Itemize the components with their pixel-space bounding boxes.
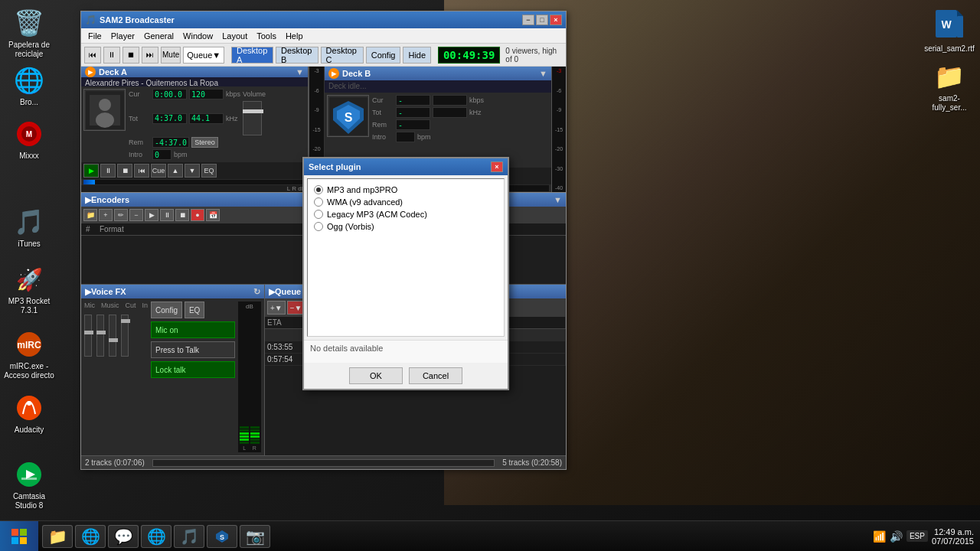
deck-a-play[interactable]: ▶ <box>83 164 99 178</box>
vfx-in-slider[interactable] <box>121 315 129 357</box>
tray-language[interactable]: ESP <box>906 530 928 542</box>
dialog-cancel-btn[interactable]: Cancel <box>409 367 462 384</box>
taskbar-music[interactable]: 🎵 <box>174 525 204 548</box>
dialog-close-btn[interactable]: × <box>491 161 503 172</box>
desktop-icon-audacity[interactable]: Audacity <box>2 393 56 435</box>
enc-sched-btn[interactable]: 📅 <box>206 209 220 221</box>
tab-desktop-b[interactable]: Desktop B <box>276 47 318 64</box>
taskbar-explorer[interactable]: 📁 <box>42 525 73 548</box>
tab-config[interactable]: Config <box>366 47 401 64</box>
deck-a-cue[interactable]: Cue <box>151 164 166 178</box>
vfx-eq-btn[interactable]: EQ <box>185 302 204 318</box>
svg-point-17 <box>99 99 111 111</box>
menu-help[interactable]: Help <box>281 31 308 41</box>
menu-player[interactable]: Player <box>106 31 139 41</box>
vfx-vu-meters: dB <box>238 302 261 452</box>
menu-window[interactable]: Window <box>178 31 217 41</box>
desktop-icon-audacity-label: Audacity <box>2 425 56 435</box>
start-button[interactable] <box>0 521 38 551</box>
enc-pause-btn[interactable]: ⏸ <box>160 209 174 221</box>
tab-hide[interactable]: Hide <box>403 47 431 64</box>
desktop-icon-mirc-label: mIRC.exe - Acceso directo <box>2 362 56 380</box>
viewer-info: 0 viewers, high of 0 <box>502 47 563 64</box>
stop-button[interactable]: ⏹ <box>122 47 139 64</box>
prev-button[interactable]: ⏮ <box>84 47 101 64</box>
vfx-mic-slider[interactable] <box>84 315 92 357</box>
vfx-config-btn[interactable]: Config <box>151 302 182 318</box>
enc-rec-btn[interactable]: ● <box>191 209 204 221</box>
deck-a-up[interactable]: ▲ <box>168 164 183 178</box>
minimize-button[interactable]: − <box>522 15 534 25</box>
deck-a-stop[interactable]: ⏹ <box>117 164 132 178</box>
enc-stop-btn[interactable]: ⏹ <box>175 209 189 221</box>
queue-dropdown[interactable]: Queue▼ <box>183 47 224 64</box>
tray-network-icon[interactable]: 📶 <box>873 530 886 543</box>
enc-edit-btn[interactable]: ✏ <box>114 209 128 221</box>
desktop-icon-itunes[interactable]: 🎵 iTunes <box>2 207 56 249</box>
svg-text:S: S <box>220 533 224 541</box>
tray-clock[interactable]: 12:49 a.m. 07/07/2015 <box>932 527 974 546</box>
radio-mp3pro-btn[interactable] <box>314 185 323 194</box>
desktop-icon-trash[interactable]: 🗑️ Papelera de reciclaje <box>2 8 56 59</box>
radio-ogg[interactable]: Ogg (Vorbis) <box>314 222 498 231</box>
enc-del-btn[interactable]: − <box>129 209 143 221</box>
deck-a-prev[interactable]: ⏮ <box>134 164 149 178</box>
toolbar: ⏮ ⏸ ⏹ ⏭ Mute Queue▼ Desktop A Desktop B … <box>81 44 566 67</box>
vfx-ptt-btn[interactable]: Press to Talk <box>151 341 235 358</box>
enc-play-btn[interactable]: ▶ <box>145 209 158 221</box>
desktop-icon-browser[interactable]: 🌐 Bro... <box>2 65 56 107</box>
svg-marker-12 <box>957 10 963 16</box>
radio-legacy-mp3-btn[interactable] <box>314 210 323 219</box>
radio-wma-btn[interactable] <box>314 197 323 207</box>
enc-folder-btn[interactable]: 📁 <box>83 209 97 221</box>
desktop-icon-word-doc[interactable]: W serial_sam2.rtf <box>923 11 976 54</box>
radio-legacy-mp3[interactable]: Legacy MP3 (ACM Codec) <box>314 210 498 219</box>
desktop-icon-folder[interactable]: 📁 sam2-fully_ser... <box>923 61 976 112</box>
deck-a-eq[interactable]: EQ <box>201 164 217 178</box>
menu-general[interactable]: General <box>139 31 178 41</box>
vfx-mic-on-btn[interactable]: Mic on <box>151 321 235 338</box>
desktop-icon-mirc[interactable]: mIRC mIRC.exe - Acceso directo <box>2 329 56 380</box>
radio-mp3pro[interactable]: MP3 and mp3PRO <box>314 185 498 194</box>
deck-a-down[interactable]: ▼ <box>185 164 200 178</box>
radio-wma[interactable]: WMA (v9 advanced) <box>314 197 498 207</box>
deck-a-rem: -4:37.0 <box>152 137 189 148</box>
vfx-cut-slider[interactable] <box>109 315 116 357</box>
menu-layout[interactable]: Layout <box>217 31 252 41</box>
deck-b-cur: - <box>396 95 430 106</box>
taskbar-skype[interactable]: 💬 <box>108 525 139 548</box>
dialog-ok-btn[interactable]: OK <box>349 367 403 384</box>
encoders-expand[interactable]: ▼ <box>554 195 562 204</box>
queue-add-btn[interactable]: +▼ <box>267 301 286 315</box>
desktop-icon-mixxx[interactable]: M Mixxx <box>2 119 56 161</box>
deck-a-stereo[interactable]: Stereo <box>191 137 218 148</box>
tab-desktop-c[interactable]: Desktop C <box>321 47 364 64</box>
vfx-lock-talk-btn[interactable]: Lock talk <box>151 361 235 378</box>
menu-file[interactable]: File <box>83 31 106 41</box>
taskbar-browser[interactable]: 🌐 <box>75 525 106 548</box>
tab-desktop-a[interactable]: Desktop A <box>231 47 273 64</box>
close-button[interactable]: × <box>550 15 562 25</box>
taskbar-chrome[interactable]: 🌐 <box>141 525 172 548</box>
dialog-options-body: MP3 and mp3PRO WMA (v9 advanced) Legacy … <box>307 178 505 337</box>
radio-ogg-btn[interactable] <box>314 222 323 231</box>
deck-a-pause[interactable]: ⏸ <box>100 164 116 178</box>
deck-a-progress[interactable] <box>83 180 305 184</box>
enc-add-btn[interactable]: + <box>99 209 113 221</box>
next-button[interactable]: ⏭ <box>142 47 158 64</box>
vfx-music-slider[interactable] <box>96 315 104 357</box>
voicefx-expand[interactable]: ↻ <box>253 287 260 297</box>
deck-b-tot: - <box>396 107 430 118</box>
deck-b-expand[interactable]: ▼ <box>539 69 547 78</box>
mute-button[interactable]: Mute <box>161 47 181 64</box>
taskbar-sam2[interactable]: S <box>207 525 237 548</box>
tray-volume-icon[interactable]: 🔊 <box>890 530 903 543</box>
maximize-button[interactable]: □ <box>536 15 548 25</box>
menu-tools[interactable]: Tools <box>252 31 281 41</box>
taskbar-camera[interactable]: 📷 <box>240 525 270 548</box>
pause-button[interactable]: ⏸ <box>103 47 120 64</box>
desktop-icon-camtasia[interactable]: Camtasia Studio 8 <box>2 459 56 510</box>
voicefx-header: ▶ Voice FX ↻ <box>81 285 264 298</box>
desktop-icon-mp3rocket[interactable]: 🚀 MP3 Rocket 7.3.1 <box>2 264 56 315</box>
deck-a-expand[interactable]: ▼ <box>296 67 304 77</box>
